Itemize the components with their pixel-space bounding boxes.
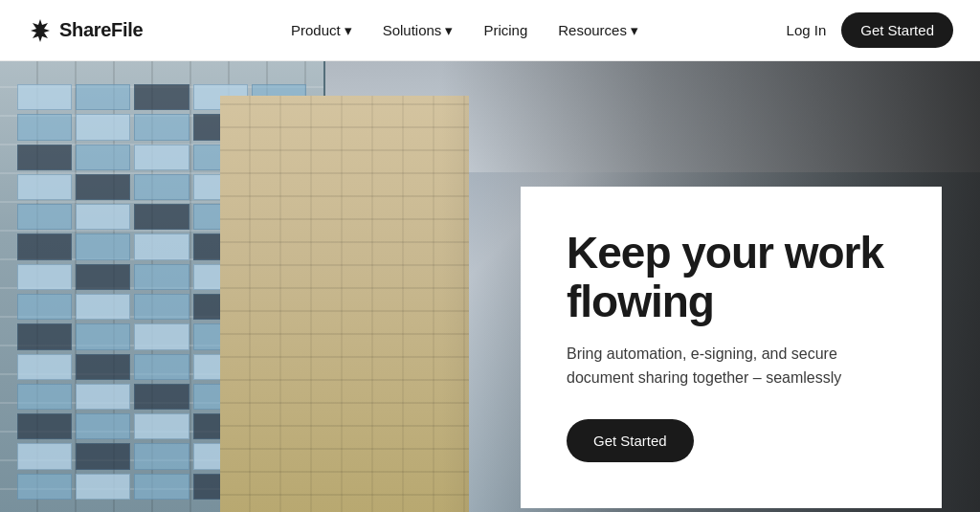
logo-icon: [27, 17, 54, 44]
hero-card: Keep your work flowing Bring automation,…: [521, 187, 942, 508]
chevron-down-icon: ▾: [345, 22, 352, 39]
nav-resources-label: Resources: [558, 22, 627, 38]
nav-solutions[interactable]: Solutions ▾: [383, 22, 454, 39]
logo-text: ShareFile: [59, 19, 143, 41]
main-nav: ShareFile Product ▾ Solutions ▾ Pricing …: [0, 0, 980, 61]
hero-subtitle: Bring automation, e-signing, and secure …: [567, 343, 873, 390]
logo[interactable]: ShareFile: [27, 17, 143, 44]
hero-title: Keep your work flowing: [567, 229, 896, 325]
hero-section: Keep your work flowing Bring automation,…: [0, 0, 980, 512]
nav-pricing[interactable]: Pricing: [483, 22, 527, 38]
chevron-down-icon-resources: ▾: [631, 22, 638, 39]
nav-product[interactable]: Product ▾: [291, 22, 352, 39]
login-button[interactable]: Log In: [787, 22, 827, 38]
building-center: [220, 96, 469, 512]
nav-links: Product ▾ Solutions ▾ Pricing Resources …: [291, 22, 638, 39]
nav-resources[interactable]: Resources ▾: [558, 22, 638, 39]
chevron-down-icon-solutions: ▾: [445, 22, 453, 39]
nav-get-started-button[interactable]: Get Started: [841, 12, 953, 48]
nav-actions: Log In Get Started: [787, 12, 953, 48]
nav-solutions-label: Solutions: [383, 22, 442, 38]
hero-cta-button[interactable]: Get Started: [567, 419, 694, 462]
nav-product-label: Product: [291, 22, 341, 38]
